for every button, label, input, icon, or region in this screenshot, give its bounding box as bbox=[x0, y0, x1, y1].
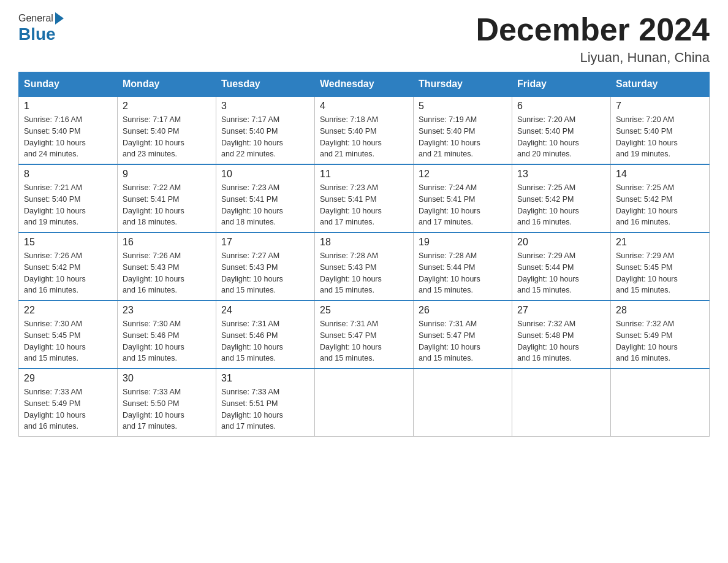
calendar-cell: 21Sunrise: 7:29 AMSunset: 5:45 PMDayligh… bbox=[611, 232, 710, 301]
calendar-cell bbox=[512, 369, 611, 437]
calendar-cell: 22Sunrise: 7:30 AMSunset: 5:45 PMDayligh… bbox=[19, 301, 118, 369]
logo-arrow-icon bbox=[55, 12, 64, 25]
day-number: 21 bbox=[616, 237, 704, 248]
day-info: Sunrise: 7:31 AMSunset: 5:47 PMDaylight:… bbox=[320, 318, 408, 364]
day-info: Sunrise: 7:16 AMSunset: 5:40 PMDaylight:… bbox=[24, 114, 112, 160]
day-info: Sunrise: 7:29 AMSunset: 5:44 PMDaylight:… bbox=[517, 250, 605, 296]
calendar-cell bbox=[315, 369, 414, 437]
day-info: Sunrise: 7:19 AMSunset: 5:40 PMDaylight:… bbox=[419, 114, 507, 160]
calendar-cell: 30Sunrise: 7:33 AMSunset: 5:50 PMDayligh… bbox=[118, 369, 216, 437]
day-info: Sunrise: 7:32 AMSunset: 5:49 PMDaylight:… bbox=[616, 318, 704, 364]
calendar-header-row: SundayMondayTuesdayWednesdayThursdayFrid… bbox=[19, 72, 710, 97]
logo: General Blue bbox=[18, 12, 66, 44]
col-header-sunday: Sunday bbox=[19, 72, 118, 97]
logo-blue-text: Blue bbox=[18, 25, 56, 44]
day-number: 29 bbox=[24, 373, 112, 384]
col-header-thursday: Thursday bbox=[414, 72, 512, 97]
day-info: Sunrise: 7:28 AMSunset: 5:44 PMDaylight:… bbox=[419, 250, 507, 296]
day-number: 2 bbox=[123, 101, 211, 112]
day-number: 16 bbox=[123, 237, 211, 248]
calendar-cell: 18Sunrise: 7:28 AMSunset: 5:43 PMDayligh… bbox=[315, 232, 414, 301]
col-header-saturday: Saturday bbox=[611, 72, 710, 97]
day-number: 22 bbox=[24, 305, 112, 316]
day-info: Sunrise: 7:25 AMSunset: 5:42 PMDaylight:… bbox=[616, 182, 704, 228]
calendar-cell: 25Sunrise: 7:31 AMSunset: 5:47 PMDayligh… bbox=[315, 301, 414, 369]
day-number: 6 bbox=[517, 101, 605, 112]
day-number: 27 bbox=[517, 305, 605, 316]
day-info: Sunrise: 7:28 AMSunset: 5:43 PMDaylight:… bbox=[320, 250, 408, 296]
calendar-cell: 31Sunrise: 7:33 AMSunset: 5:51 PMDayligh… bbox=[216, 369, 315, 437]
calendar-cell: 3Sunrise: 7:17 AMSunset: 5:40 PMDaylight… bbox=[216, 96, 315, 164]
calendar-cell: 14Sunrise: 7:25 AMSunset: 5:42 PMDayligh… bbox=[611, 164, 710, 232]
calendar-cell: 16Sunrise: 7:26 AMSunset: 5:43 PMDayligh… bbox=[118, 232, 216, 301]
calendar-week-4: 22Sunrise: 7:30 AMSunset: 5:45 PMDayligh… bbox=[19, 301, 710, 369]
day-number: 23 bbox=[123, 305, 211, 316]
day-number: 30 bbox=[123, 373, 211, 384]
calendar-cell: 8Sunrise: 7:21 AMSunset: 5:40 PMDaylight… bbox=[19, 164, 118, 232]
col-header-monday: Monday bbox=[118, 72, 216, 97]
page-header: General Blue December 2024 Liyuan, Hunan… bbox=[18, 12, 710, 66]
day-info: Sunrise: 7:32 AMSunset: 5:48 PMDaylight:… bbox=[517, 318, 605, 364]
calendar-cell: 13Sunrise: 7:25 AMSunset: 5:42 PMDayligh… bbox=[512, 164, 611, 232]
calendar-cell: 24Sunrise: 7:31 AMSunset: 5:46 PMDayligh… bbox=[216, 301, 315, 369]
day-number: 7 bbox=[616, 101, 704, 112]
day-number: 17 bbox=[221, 237, 309, 248]
day-number: 14 bbox=[616, 169, 704, 180]
col-header-tuesday: Tuesday bbox=[216, 72, 315, 97]
day-number: 26 bbox=[419, 305, 507, 316]
calendar-cell bbox=[414, 369, 512, 437]
day-number: 31 bbox=[221, 373, 309, 384]
day-number: 12 bbox=[419, 169, 507, 180]
calendar-cell: 1Sunrise: 7:16 AMSunset: 5:40 PMDaylight… bbox=[19, 96, 118, 164]
day-number: 18 bbox=[320, 237, 408, 248]
calendar-cell: 20Sunrise: 7:29 AMSunset: 5:44 PMDayligh… bbox=[512, 232, 611, 301]
day-info: Sunrise: 7:22 AMSunset: 5:41 PMDaylight:… bbox=[123, 182, 211, 228]
day-info: Sunrise: 7:29 AMSunset: 5:45 PMDaylight:… bbox=[616, 250, 704, 296]
day-number: 19 bbox=[419, 237, 507, 248]
day-info: Sunrise: 7:18 AMSunset: 5:40 PMDaylight:… bbox=[320, 114, 408, 160]
day-number: 4 bbox=[320, 101, 408, 112]
day-number: 15 bbox=[24, 237, 112, 248]
day-number: 3 bbox=[221, 101, 309, 112]
calendar-cell: 7Sunrise: 7:20 AMSunset: 5:40 PMDaylight… bbox=[611, 96, 710, 164]
calendar-cell: 9Sunrise: 7:22 AMSunset: 5:41 PMDaylight… bbox=[118, 164, 216, 232]
day-info: Sunrise: 7:27 AMSunset: 5:43 PMDaylight:… bbox=[221, 250, 309, 296]
day-number: 28 bbox=[616, 305, 704, 316]
calendar-cell bbox=[611, 369, 710, 437]
day-number: 25 bbox=[320, 305, 408, 316]
calendar-cell: 26Sunrise: 7:31 AMSunset: 5:47 PMDayligh… bbox=[414, 301, 512, 369]
col-header-friday: Friday bbox=[512, 72, 611, 97]
calendar-cell: 11Sunrise: 7:23 AMSunset: 5:41 PMDayligh… bbox=[315, 164, 414, 232]
calendar-cell: 12Sunrise: 7:24 AMSunset: 5:41 PMDayligh… bbox=[414, 164, 512, 232]
day-info: Sunrise: 7:26 AMSunset: 5:43 PMDaylight:… bbox=[123, 250, 211, 296]
day-info: Sunrise: 7:17 AMSunset: 5:40 PMDaylight:… bbox=[123, 114, 211, 160]
logo-general-text: General bbox=[18, 13, 53, 24]
calendar-cell: 23Sunrise: 7:30 AMSunset: 5:46 PMDayligh… bbox=[118, 301, 216, 369]
calendar-week-5: 29Sunrise: 7:33 AMSunset: 5:49 PMDayligh… bbox=[19, 369, 710, 437]
calendar-cell: 4Sunrise: 7:18 AMSunset: 5:40 PMDaylight… bbox=[315, 96, 414, 164]
day-info: Sunrise: 7:31 AMSunset: 5:46 PMDaylight:… bbox=[221, 318, 309, 364]
day-info: Sunrise: 7:23 AMSunset: 5:41 PMDaylight:… bbox=[320, 182, 408, 228]
col-header-wednesday: Wednesday bbox=[315, 72, 414, 97]
calendar-table: SundayMondayTuesdayWednesdayThursdayFrid… bbox=[18, 72, 710, 437]
day-number: 11 bbox=[320, 169, 408, 180]
calendar-cell: 19Sunrise: 7:28 AMSunset: 5:44 PMDayligh… bbox=[414, 232, 512, 301]
location: Liyuan, Hunan, China bbox=[476, 50, 710, 66]
day-info: Sunrise: 7:25 AMSunset: 5:42 PMDaylight:… bbox=[517, 182, 605, 228]
day-number: 9 bbox=[123, 169, 211, 180]
day-info: Sunrise: 7:23 AMSunset: 5:41 PMDaylight:… bbox=[221, 182, 309, 228]
month-title: December 2024 bbox=[476, 12, 710, 47]
day-info: Sunrise: 7:26 AMSunset: 5:42 PMDaylight:… bbox=[24, 250, 112, 296]
day-info: Sunrise: 7:21 AMSunset: 5:40 PMDaylight:… bbox=[24, 182, 112, 228]
title-block: December 2024 Liyuan, Hunan, China bbox=[476, 12, 710, 66]
calendar-week-3: 15Sunrise: 7:26 AMSunset: 5:42 PMDayligh… bbox=[19, 232, 710, 301]
day-number: 1 bbox=[24, 101, 112, 112]
day-number: 20 bbox=[517, 237, 605, 248]
calendar-cell: 6Sunrise: 7:20 AMSunset: 5:40 PMDaylight… bbox=[512, 96, 611, 164]
calendar-cell: 2Sunrise: 7:17 AMSunset: 5:40 PMDaylight… bbox=[118, 96, 216, 164]
calendar-cell: 28Sunrise: 7:32 AMSunset: 5:49 PMDayligh… bbox=[611, 301, 710, 369]
day-info: Sunrise: 7:30 AMSunset: 5:45 PMDaylight:… bbox=[24, 318, 112, 364]
day-info: Sunrise: 7:17 AMSunset: 5:40 PMDaylight:… bbox=[221, 114, 309, 160]
calendar-cell: 17Sunrise: 7:27 AMSunset: 5:43 PMDayligh… bbox=[216, 232, 315, 301]
calendar-cell: 10Sunrise: 7:23 AMSunset: 5:41 PMDayligh… bbox=[216, 164, 315, 232]
